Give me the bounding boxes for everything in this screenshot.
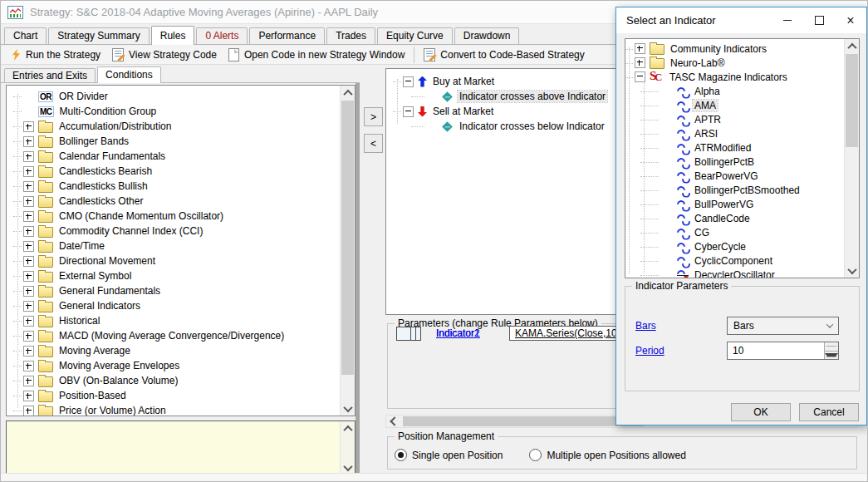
tree-item[interactable]: External Symbol <box>7 268 355 283</box>
indicator-tree-item[interactable]: APTR <box>625 112 859 126</box>
expander-icon[interactable] <box>23 406 34 416</box>
tab[interactable]: Rules <box>151 26 195 45</box>
subtab[interactable]: Conditions <box>97 66 161 83</box>
expander-icon[interactable] <box>23 256 34 267</box>
close-button[interactable]: × <box>835 7 866 33</box>
expander-icon[interactable] <box>23 301 34 312</box>
expander-icon[interactable] <box>23 316 34 327</box>
cancel-button[interactable]: Cancel <box>799 403 859 421</box>
tree-item[interactable]: Multi-Condition Group <box>7 104 355 119</box>
tree-item[interactable]: Directional Movement <box>7 253 355 268</box>
tree-item[interactable]: Calendar Fundamentals <box>7 149 355 164</box>
expander-icon[interactable] <box>635 57 645 68</box>
minimize-button[interactable] <box>772 7 803 33</box>
expander-icon[interactable] <box>23 121 34 132</box>
panel-splitter[interactable] <box>356 83 360 482</box>
indicator-tree-item[interactable]: BearPowerVG <box>625 169 859 183</box>
expander-icon[interactable] <box>23 271 34 282</box>
tab[interactable]: Strategy Summary <box>48 27 149 44</box>
indicator-tree-item[interactable]: ATRModified <box>625 140 859 155</box>
tree-item[interactable]: Candlesticks Bearish <box>7 164 355 179</box>
scroll-up-button[interactable] <box>341 421 355 435</box>
indicator-tree-item[interactable]: CG <box>625 225 859 239</box>
indicator-tree-item[interactable]: BollingerPctB <box>625 155 859 169</box>
tab[interactable]: Chart <box>4 27 47 44</box>
expander-icon[interactable] <box>403 76 414 87</box>
tab[interactable]: Performance <box>249 27 325 44</box>
expander-icon[interactable] <box>23 211 34 222</box>
indicator-tree-item[interactable]: CyclicComponent <box>625 253 859 268</box>
spin-up-button[interactable] <box>825 342 838 352</box>
subtab[interactable]: Entries and Exits <box>4 68 96 82</box>
parameter-value-button[interactable]: KAMA.Series(Close,10) <box>509 326 626 341</box>
tree-item[interactable]: Accumulation/Distribution <box>7 119 355 134</box>
ok-button[interactable]: OK <box>731 403 791 421</box>
tab[interactable]: 0 Alerts <box>196 27 248 44</box>
period-param-link[interactable]: Period <box>635 345 727 357</box>
spin-down-button[interactable] <box>825 352 838 360</box>
indicator-tree-item[interactable]: AMA <box>625 98 859 112</box>
indicator-tree-item[interactable]: Community Indicators <box>625 42 859 56</box>
expander-icon[interactable] <box>23 151 34 162</box>
period-spinner[interactable]: 10 <box>727 342 839 360</box>
indicator-tree-item[interactable]: ARSI <box>625 126 859 140</box>
expander-icon[interactable] <box>23 166 34 177</box>
expander-icon[interactable] <box>23 196 34 207</box>
tree-item[interactable]: Moving Average <box>7 343 355 358</box>
tab[interactable]: Equity Curve <box>377 27 453 44</box>
expander-icon[interactable] <box>403 106 414 117</box>
add-condition-button[interactable]: > <box>364 107 383 126</box>
indicator-tree-item[interactable]: CyberCycle <box>625 239 859 253</box>
expander-icon[interactable] <box>635 71 645 82</box>
indicator-tree-item[interactable]: DecyclerOscillator <box>625 268 859 278</box>
bars-select[interactable]: Bars <box>727 317 839 335</box>
expander-icon[interactable] <box>23 361 34 371</box>
expander-icon[interactable] <box>23 286 34 297</box>
tree-item[interactable]: Commodity Channel Index (CCI) <box>7 224 355 239</box>
tree-item[interactable]: Moving Average Envelopes <box>7 358 355 373</box>
tree-item[interactable]: General Indicators <box>7 298 355 313</box>
tree-item[interactable]: Bollinger Bands <box>7 134 355 149</box>
tree-item[interactable]: Date/Time <box>7 239 355 253</box>
tree-item[interactable]: OR Divider <box>7 89 355 104</box>
expander-icon[interactable] <box>23 331 34 342</box>
tree-item[interactable]: Candlesticks Bullish <box>7 179 355 194</box>
indicator-tree-item[interactable]: TASC Magazine Indicators <box>625 70 859 84</box>
indicator-tree-item[interactable]: Alpha <box>625 84 859 98</box>
radio-button[interactable] <box>529 449 542 461</box>
indicator-tree-item[interactable]: BullPowerVG <box>625 197 859 211</box>
indicator-tree-item[interactable]: BollingerPctBSmoothed <box>625 183 859 197</box>
remove-condition-button[interactable]: < <box>364 134 383 153</box>
expander-icon[interactable] <box>635 43 645 54</box>
toolbar-button[interactable]: Run the Strategy <box>6 47 106 62</box>
tree-item[interactable]: Candlesticks Other <box>7 194 355 209</box>
expander-icon[interactable] <box>23 391 34 401</box>
parameter-name-link[interactable]: Indicator2 <box>436 327 509 339</box>
tab[interactable]: Drawdown <box>454 27 520 44</box>
indicator-tree-item[interactable]: Neuro-Lab® <box>625 56 859 70</box>
scrollbar-thumb[interactable] <box>403 416 644 426</box>
toolbar-button[interactable]: Open Code in new Strategy Window <box>223 47 410 63</box>
tree-item[interactable]: Position-Based <box>7 388 355 403</box>
description-scrollbar[interactable] <box>340 421 355 475</box>
expander-icon[interactable] <box>23 226 34 237</box>
dialog-titlebar[interactable]: Select an Indicator × <box>616 7 866 33</box>
tree-item[interactable]: Historical <box>7 313 355 328</box>
maximize-button[interactable] <box>803 7 835 33</box>
tree-item[interactable]: General Fundamentals <box>7 283 355 298</box>
tree-item[interactable]: Price (or Volume) Action <box>7 403 355 416</box>
indicator-tree-item[interactable]: CandleCode <box>625 211 859 225</box>
toolbar-button[interactable]: View Strategy Code <box>106 47 223 63</box>
expander-icon[interactable] <box>23 181 34 192</box>
bars-param-link[interactable]: Bars <box>635 320 727 332</box>
radio-button[interactable] <box>395 449 407 461</box>
expander-icon[interactable] <box>23 376 34 386</box>
scroll-left-button[interactable] <box>388 416 401 426</box>
tree-item[interactable]: CMO (Chande Momentum Oscillator) <box>7 209 355 224</box>
condition-description-box[interactable] <box>6 421 356 475</box>
tree-item[interactable]: MACD (Moving Average Convergence/Diverge… <box>7 328 355 343</box>
expander-icon[interactable] <box>23 136 34 147</box>
tree-item[interactable]: OBV (On-Balance Volume) <box>7 373 355 388</box>
expander-icon[interactable] <box>23 241 34 252</box>
tab[interactable]: Trades <box>326 27 375 44</box>
